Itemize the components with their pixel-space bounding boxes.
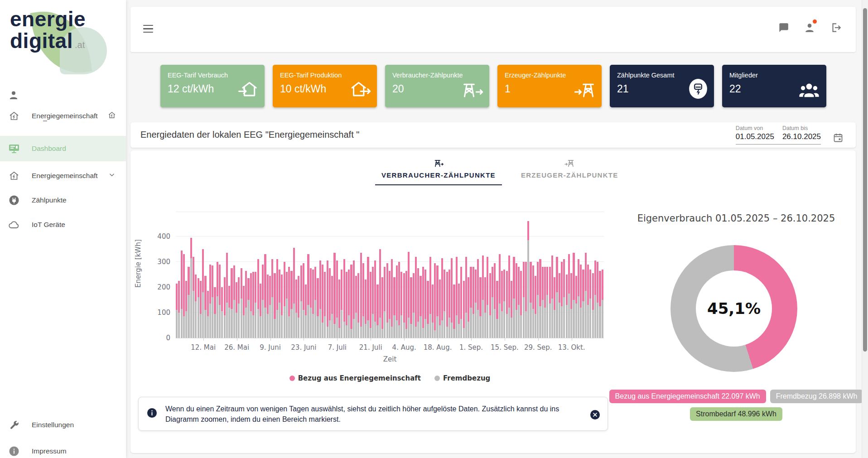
sidebar-item-zaehlpunkte[interactable]: Zählpunkte [0, 188, 126, 213]
bar-fremdbezug [367, 320, 369, 338]
menu-hamburger-icon[interactable] [143, 25, 153, 33]
energy-data-header: Energiedaten der lokalen EEG "Energiegem… [130, 122, 856, 148]
stat-card-mitglieder[interactable]: Mitglieder 22 [722, 65, 826, 107]
bar-fremdbezug [516, 310, 517, 338]
chevron-down-icon[interactable] [108, 171, 116, 181]
bar-fremdbezug [350, 329, 352, 338]
tab-erzeuger-zaehlpunkte[interactable]: ERZEUGER-ZÄHLPUNKTE [515, 159, 625, 185]
bar-community [281, 275, 283, 315]
legend-item[interactable]: Fremdbezug [434, 374, 490, 382]
bar-fremdbezug [207, 316, 209, 338]
sidebar-item-energiegemeinschaft[interactable]: Energiegemeinschaft [0, 163, 126, 188]
app-logo[interactable]: energie digital.at [6, 8, 120, 67]
date-to-value[interactable]: 26.10.2025 [782, 132, 821, 141]
bar-community [376, 284, 378, 325]
bar-fremdbezug [209, 304, 211, 338]
date-from-field[interactable]: Datum von 01.05.2025 [736, 125, 774, 141]
stat-card-eeg-tarif-produktion[interactable]: EEG-Tarif Produktion 10 ct/kWh [273, 65, 377, 107]
bar-community [312, 270, 314, 314]
bar-community [575, 276, 577, 304]
bar-community [219, 265, 221, 305]
bar-chart-plot[interactable] [176, 212, 604, 338]
bar-fremdbezug [448, 318, 450, 338]
bar-community [221, 287, 223, 311]
stat-card-erzeuger-zaehlpunkte[interactable]: Erzeuger-Zählpunkte 1 [497, 65, 602, 107]
bar-community [386, 263, 388, 323]
sidebar-item-iot-geraete[interactable]: IoT Geräte [0, 212, 126, 237]
logout-icon[interactable] [829, 21, 842, 34]
bar-fremdbezug [549, 304, 551, 338]
bar-fremdbezug [592, 310, 594, 338]
bar-community [441, 258, 443, 320]
bar-fremdbezug [554, 310, 555, 338]
x-tick-mark [237, 338, 237, 341]
tab-verbraucher-zaehlpunkte[interactable]: VERBRAUCHER-ZÄHLPUNKTE [375, 159, 502, 185]
legend-item[interactable]: Bezug aus Energiegemeinschaft [289, 374, 421, 382]
scrollbar-thumb[interactable] [863, 8, 867, 352]
date-from-value[interactable]: 01.05.2025 [736, 132, 774, 141]
bar-fremdbezug [398, 325, 400, 338]
bar-community [451, 258, 453, 323]
bar-fremdbezug [233, 300, 235, 338]
donut-chart[interactable]: 45,1% [670, 245, 797, 372]
x-axis-labels: 12. Mai26. Mai9. Juni23. Juni7. Juli21. … [176, 343, 604, 352]
bar-fremdbezug [221, 311, 223, 338]
chat-icon[interactable] [777, 21, 790, 34]
bar-fremdbezug [501, 311, 503, 338]
bar-community [214, 287, 216, 314]
bar-community [439, 280, 441, 325]
bar-fremdbezug [506, 314, 508, 338]
bar-fremdbezug [484, 313, 486, 338]
sidebar-community-row[interactable]: Energiegemeinschaft [0, 103, 126, 129]
sidebar-item-label: Dashboard [32, 145, 66, 153]
stat-card-eeg-tarif-verbrauch[interactable]: EEG-Tarif Verbrauch 12 ct/kWh [160, 65, 265, 107]
sidebar-item-einstellungen[interactable]: Einstellungen [0, 412, 126, 438]
bar-fremdbezug [475, 303, 477, 338]
bar-fremdbezug [262, 300, 264, 338]
bar-community [427, 281, 429, 324]
bar-community [396, 265, 398, 320]
bar-fremdbezug [477, 310, 479, 338]
x-tick-label: 13. Okt. [551, 343, 592, 352]
bar-fremdbezug [479, 316, 481, 338]
bar-community [372, 267, 374, 314]
bar-fremdbezug [343, 322, 345, 338]
bar-community [183, 254, 185, 316]
account-icon[interactable] [803, 21, 816, 34]
bar-community [468, 277, 469, 322]
bar-fremdbezug [597, 303, 598, 338]
y-tick-label: 0 [166, 334, 170, 342]
bar-community [530, 262, 531, 303]
scrollbar-track[interactable] [862, 0, 868, 458]
info-icon [8, 446, 20, 457]
community-home-icon[interactable] [108, 111, 116, 121]
bar-community [336, 260, 338, 318]
bar-fremdbezug [602, 300, 603, 338]
stat-card-label: EEG-Tarif Verbrauch [168, 72, 257, 79]
bar-fremdbezug [465, 313, 467, 338]
sidebar-item-dashboard[interactable]: Dashboard [0, 136, 126, 161]
bar-community [322, 265, 323, 323]
date-to-field[interactable]: Datum bis 26.10.2025 [782, 125, 821, 141]
stat-card-verbraucher-zaehlpunkte[interactable]: Verbraucher-Zählpunkte 20 [385, 65, 489, 107]
sidebar: energie digital.at Energiegemeinschaft D… [0, 0, 126, 458]
x-tick-mark [203, 338, 204, 341]
bar-fremdbezug [391, 327, 393, 338]
bar-community [429, 257, 431, 314]
sidebar-item-label: Impressum [32, 447, 67, 455]
close-icon[interactable] [590, 410, 600, 422]
stat-card-zaehlpunkte-gesamt[interactable]: Zählpunkte Gesamt 21 [610, 65, 714, 107]
bar-fremdbezug [264, 308, 266, 338]
bar-fremdbezug [374, 322, 376, 338]
bar-community [566, 275, 568, 305]
bar-community [331, 276, 333, 314]
user-icon[interactable] [8, 90, 19, 102]
sidebar-item-impressum[interactable]: Impressum [0, 439, 126, 458]
bar-community [307, 254, 309, 305]
bar-fremdbezug [245, 308, 247, 338]
info-circle-icon [147, 408, 157, 420]
calendar-icon[interactable] [833, 132, 844, 145]
tab-label: ERZEUGER-ZÄHLPUNKTE [521, 171, 618, 179]
cloud-icon [8, 220, 20, 230]
legend-label: Bezug aus Energiegemeinschaft [298, 374, 421, 382]
